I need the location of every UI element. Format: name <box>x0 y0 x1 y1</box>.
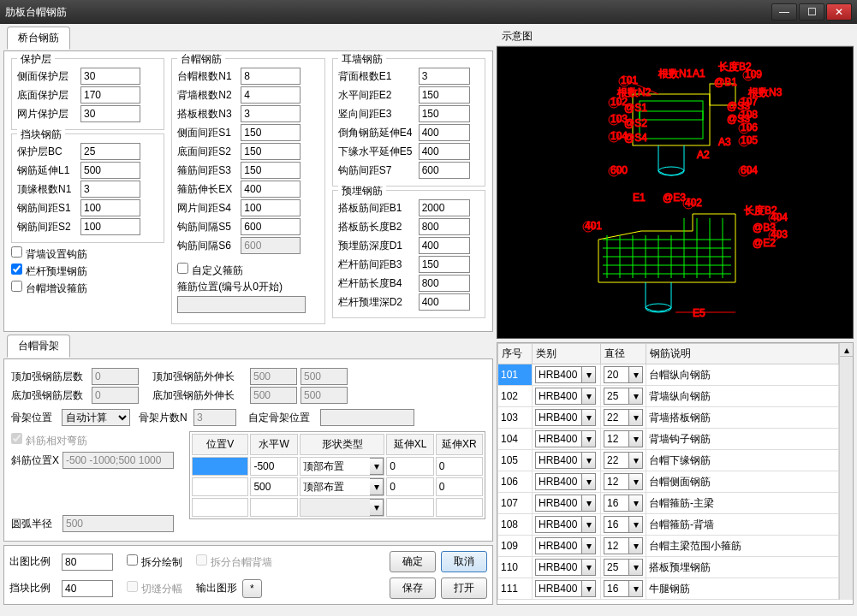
input-tm-n1[interactable] <box>241 68 301 85</box>
input-e3[interactable] <box>419 105 470 122</box>
rebar-row[interactable]: 101 ▾ ▾ 台帽纵向钢筋 <box>498 364 839 386</box>
input-tm-s3[interactable] <box>241 162 301 179</box>
svg-text:@S1: @S1 <box>624 102 647 114</box>
input-d2[interactable] <box>419 293 470 311</box>
input-bc[interactable] <box>80 143 140 160</box>
chk-custom-gj[interactable]: 自定义箍筋 <box>177 263 243 278</box>
input-mesh-cover[interactable] <box>80 105 140 122</box>
chevron-down-icon[interactable]: ▾ <box>629 409 643 426</box>
rebar-row[interactable]: 104 ▾ ▾ 背墙钩子钢筋 <box>498 429 839 450</box>
input-bottom-cover[interactable] <box>80 86 140 104</box>
input-d1[interactable] <box>419 237 470 254</box>
chk-xiejin[interactable]: 斜筋相对弯筋 <box>11 433 87 448</box>
chevron-down-icon[interactable]: ▾ <box>582 366 596 383</box>
input-b3[interactable] <box>419 256 470 273</box>
shape-row[interactable]: ▾ <box>192 457 483 476</box>
input-tm-n2[interactable] <box>241 86 301 104</box>
chevron-down-icon[interactable]: ▾ <box>582 495 596 512</box>
rebar-row[interactable]: 106 ▾ ▾ 台帽侧面钢筋 <box>498 471 839 493</box>
chevron-down-icon[interactable]: ▾ <box>629 388 643 405</box>
input-dk-n1[interactable] <box>80 181 140 198</box>
chevron-down-icon[interactable]: ▾ <box>629 366 643 383</box>
cancel-button[interactable]: 取消 <box>441 551 487 572</box>
svg-text:@S4: @S4 <box>624 132 647 144</box>
svg-text:@B3: @B3 <box>753 222 776 234</box>
rebar-row[interactable]: 108 ▾ ▾ 台帽箍筋-背墙 <box>498 514 839 536</box>
maximize-button[interactable]: ☐ <box>799 3 824 21</box>
select-frame-pos[interactable]: 自动计算 <box>62 409 130 426</box>
input-l1[interactable] <box>80 162 140 179</box>
chevron-down-icon[interactable]: ▾ <box>629 452 643 469</box>
chk-taimao-gj[interactable]: 台帽增设箍筋 <box>11 281 87 296</box>
svg-text:@S3: @S3 <box>727 100 750 112</box>
svg-text:@S3: @S3 <box>727 113 750 125</box>
window-title: 肋板台帽钢筋 <box>5 5 771 20</box>
input-tm-s4[interactable] <box>241 199 301 216</box>
input-tm-s2[interactable] <box>241 143 301 160</box>
ok-button[interactable]: 确定 <box>390 551 436 572</box>
chevron-down-icon[interactable]: ▾ <box>629 580 643 597</box>
rebar-row[interactable]: 107 ▾ ▾ 台帽箍筋-主梁 <box>498 493 839 514</box>
group-yumai: 预埋钢筋 搭板筋间距B1 搭板筋长度B2 预埋筋深度D1 栏杆筋间距B3 栏杆筋… <box>332 190 485 318</box>
chevron-down-icon[interactable]: ▾ <box>582 559 596 576</box>
input-e1[interactable] <box>419 68 470 85</box>
chevron-down-icon[interactable]: ▾ <box>582 516 596 533</box>
chevron-down-icon[interactable]: ▾ <box>629 473 643 490</box>
input-tm-s5[interactable] <box>241 218 301 235</box>
shape-row[interactable]: ▾ <box>192 477 483 496</box>
save-button[interactable]: 保存 <box>390 578 436 599</box>
chevron-down-icon[interactable]: ▾ <box>370 499 384 516</box>
chevron-down-icon[interactable]: ▾ <box>629 537 643 554</box>
chevron-down-icon[interactable]: ▾ <box>370 478 384 495</box>
chevron-down-icon[interactable]: ▾ <box>582 430 596 447</box>
input-scale-block[interactable] <box>62 580 113 597</box>
output-fig-button[interactable]: * <box>242 579 262 598</box>
input-scale-out[interactable] <box>62 554 113 571</box>
input-tm-s6 <box>241 237 301 254</box>
chevron-down-icon[interactable]: ▾ <box>582 452 596 469</box>
rebar-row[interactable]: 111 ▾ ▾ 牛腿钢筋 <box>498 578 839 600</box>
rebar-row[interactable]: 110 ▾ ▾ 搭板预埋钢筋 <box>498 557 839 578</box>
svg-text:E5: E5 <box>693 307 705 319</box>
input-frame-n <box>193 409 236 426</box>
chevron-down-icon[interactable]: ▾ <box>582 473 596 490</box>
open-button[interactable]: 打开 <box>441 578 487 599</box>
input-b2[interactable] <box>419 218 470 235</box>
input-b1[interactable] <box>419 199 470 216</box>
input-tm-ex[interactable] <box>241 181 301 198</box>
input-bot-ext2 <box>301 387 348 404</box>
shape-row[interactable]: ▾ <box>192 498 483 517</box>
table-scrollbar[interactable]: ▴ <box>839 343 853 600</box>
tab-gujia[interactable]: 台帽骨架 <box>7 335 70 358</box>
chevron-down-icon[interactable]: ▾ <box>629 559 643 576</box>
chevron-down-icon[interactable]: ▾ <box>629 495 643 512</box>
chevron-down-icon[interactable]: ▾ <box>629 430 643 447</box>
input-b4[interactable] <box>419 275 470 292</box>
svg-text:A1: A1 <box>693 68 705 80</box>
minimize-button[interactable]: — <box>771 3 797 21</box>
chk-split-draw[interactable]: 拆分绘制 <box>127 554 182 570</box>
rebar-row[interactable]: 103 ▾ ▾ 背墙搭板钢筋 <box>498 407 839 429</box>
rebar-row[interactable]: 109 ▾ ▾ 台帽主梁范围小箍筋 <box>498 536 839 557</box>
close-button[interactable]: ✕ <box>826 3 852 21</box>
rebar-row[interactable]: 105 ▾ ▾ 台帽下缘钢筋 <box>498 450 839 471</box>
chevron-down-icon[interactable]: ▾ <box>370 458 384 475</box>
chevron-down-icon[interactable]: ▾ <box>582 388 596 405</box>
input-tm-s1[interactable] <box>241 124 301 141</box>
chevron-down-icon[interactable]: ▾ <box>582 580 596 597</box>
chk-beiqiang-gou[interactable]: 背墙设置钩筋 <box>11 246 87 262</box>
input-s7[interactable] <box>419 162 470 179</box>
input-e5[interactable] <box>419 143 470 160</box>
rebar-row[interactable]: 102 ▾ ▾ 背墙纵向钢筋 <box>498 386 839 407</box>
input-dk-s2[interactable] <box>80 218 140 235</box>
input-dk-s1[interactable] <box>80 199 140 216</box>
chevron-down-icon[interactable]: ▾ <box>582 409 596 426</box>
chk-langan-yumai[interactable]: 栏杆预埋钢筋 <box>11 264 87 279</box>
chevron-down-icon[interactable]: ▾ <box>629 516 643 533</box>
input-side-cover[interactable] <box>80 68 140 85</box>
tab-qiaotai[interactable]: 桥台钢筋 <box>7 27 70 50</box>
input-tm-n3[interactable] <box>241 105 301 122</box>
input-e4[interactable] <box>419 124 470 141</box>
input-e2[interactable] <box>419 86 470 104</box>
chevron-down-icon[interactable]: ▾ <box>582 537 596 554</box>
